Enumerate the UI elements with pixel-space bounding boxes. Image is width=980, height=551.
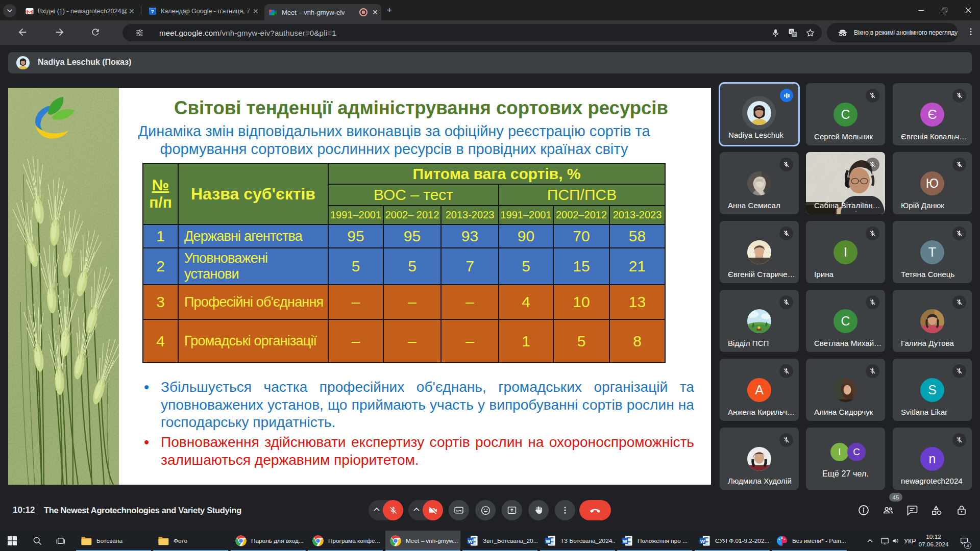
svg-text:W: W: [546, 538, 550, 544]
svg-text:W: W: [623, 538, 627, 544]
svg-text:W: W: [468, 538, 473, 544]
svg-text:W: W: [700, 538, 705, 544]
svg-text:7: 7: [151, 9, 154, 14]
svg-text:文: 文: [792, 32, 796, 37]
